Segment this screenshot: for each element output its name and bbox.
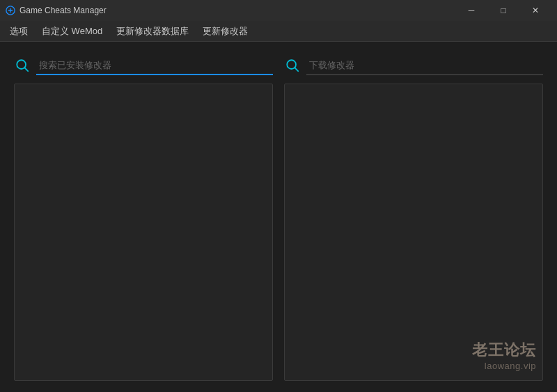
- menu-item-wemod[interactable]: 自定义 WeMod: [35, 21, 109, 42]
- title-bar: Game Cheats Manager ─ □ ✕: [0, 0, 557, 21]
- svg-line-4: [295, 68, 298, 71]
- app-icon: [6, 6, 15, 15]
- window-controls: ─ □ ✕: [455, 0, 551, 21]
- download-search-input[interactable]: [306, 56, 543, 75]
- installed-list-panel: [14, 84, 273, 381]
- main-content: 老王论坛 laowang.vip: [0, 42, 557, 392]
- left-search-icon: [14, 57, 31, 74]
- menu-item-update-trainer[interactable]: 更新修改器: [196, 21, 255, 42]
- close-button[interactable]: ✕: [519, 0, 551, 21]
- left-panel: [14, 53, 273, 381]
- menu-item-update-db[interactable]: 更新修改器数据库: [109, 21, 196, 42]
- right-search-icon: [284, 57, 301, 74]
- svg-line-2: [24, 68, 28, 71]
- installed-search-input[interactable]: [36, 56, 273, 75]
- right-panel: [284, 53, 543, 381]
- right-search-row: [284, 53, 543, 78]
- menu-bar: 选项 自定义 WeMod 更新修改器数据库 更新修改器: [0, 21, 557, 42]
- download-list-panel: [284, 84, 543, 381]
- app-title: Game Cheats Manager: [19, 6, 107, 15]
- minimize-button[interactable]: ─: [455, 0, 487, 21]
- title-bar-left: Game Cheats Manager: [6, 6, 107, 15]
- left-search-row: [14, 53, 273, 78]
- menu-item-options[interactable]: 选项: [3, 21, 35, 42]
- maximize-button[interactable]: □: [487, 0, 519, 21]
